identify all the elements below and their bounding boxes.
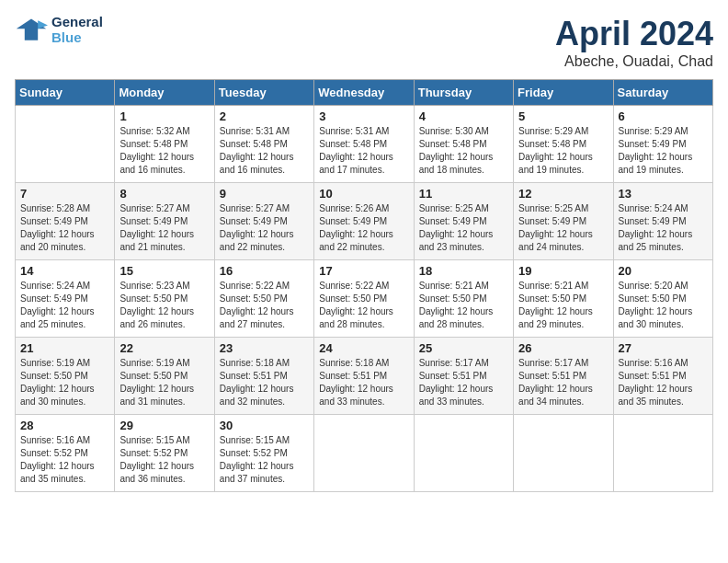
calendar-header-row: SundayMondayTuesdayWednesdayThursdayFrid… [16, 80, 713, 106]
calendar-cell: 19Sunrise: 5:21 AM Sunset: 5:50 PM Dayli… [514, 260, 613, 338]
calendar-cell: 23Sunrise: 5:18 AM Sunset: 5:51 PM Dayli… [214, 338, 313, 415]
day-number: 29 [119, 419, 209, 432]
calendar-week-1: 1Sunrise: 5:32 AM Sunset: 5:48 PM Daylig… [16, 106, 713, 183]
day-info: Sunrise: 5:28 AM Sunset: 5:49 PM Dayligh… [20, 202, 109, 254]
day-number: 16 [220, 264, 309, 278]
day-info: Sunrise: 5:29 AM Sunset: 5:48 PM Dayligh… [518, 125, 608, 177]
day-number: 27 [619, 341, 708, 355]
day-info: Sunrise: 5:19 AM Sunset: 5:50 PM Dayligh… [119, 357, 209, 408]
day-info: Sunrise: 5:31 AM Sunset: 5:48 PM Dayligh… [220, 125, 309, 177]
calendar-cell: 15Sunrise: 5:23 AM Sunset: 5:50 PM Dayli… [115, 260, 214, 338]
calendar-cell: 20Sunrise: 5:20 AM Sunset: 5:50 PM Dayli… [613, 260, 712, 338]
day-info: Sunrise: 5:18 AM Sunset: 5:51 PM Dayligh… [220, 357, 309, 408]
day-number: 5 [518, 109, 608, 123]
day-info: Sunrise: 5:21 AM Sunset: 5:50 PM Dayligh… [419, 280, 508, 331]
day-info: Sunrise: 5:26 AM Sunset: 5:49 PM Dayligh… [319, 202, 408, 254]
calendar-cell: 28Sunrise: 5:16 AM Sunset: 5:52 PM Dayli… [16, 415, 115, 492]
calendar-cell [514, 415, 613, 492]
day-info: Sunrise: 5:27 AM Sunset: 5:49 PM Dayligh… [220, 202, 309, 254]
day-info: Sunrise: 5:15 AM Sunset: 5:52 PM Dayligh… [119, 434, 209, 486]
day-info: Sunrise: 5:17 AM Sunset: 5:51 PM Dayligh… [419, 357, 508, 408]
page-header: General Blue April 2024 Abeche, Ouadai, … [15, 15, 713, 70]
calendar-cell: 9Sunrise: 5:27 AM Sunset: 5:49 PM Daylig… [214, 183, 313, 260]
day-number: 7 [20, 187, 109, 201]
column-header-monday: Monday [115, 80, 214, 106]
calendar-cell: 14Sunrise: 5:24 AM Sunset: 5:49 PM Dayli… [16, 260, 115, 338]
calendar-cell: 3Sunrise: 5:31 AM Sunset: 5:48 PM Daylig… [314, 106, 414, 183]
day-info: Sunrise: 5:17 AM Sunset: 5:51 PM Dayligh… [518, 357, 608, 408]
calendar-cell [613, 415, 712, 492]
day-number: 10 [319, 187, 408, 201]
calendar-cell: 30Sunrise: 5:15 AM Sunset: 5:52 PM Dayli… [214, 415, 313, 492]
day-number: 20 [619, 264, 708, 278]
day-info: Sunrise: 5:18 AM Sunset: 5:51 PM Dayligh… [319, 357, 408, 408]
day-info: Sunrise: 5:30 AM Sunset: 5:48 PM Dayligh… [419, 125, 508, 177]
calendar-cell: 13Sunrise: 5:24 AM Sunset: 5:49 PM Dayli… [613, 183, 712, 260]
day-number: 9 [220, 187, 309, 201]
calendar-cell: 11Sunrise: 5:25 AM Sunset: 5:49 PM Dayli… [414, 183, 513, 260]
day-number: 14 [20, 264, 109, 278]
calendar-cell [414, 415, 513, 492]
calendar-cell [16, 106, 115, 183]
day-info: Sunrise: 5:24 AM Sunset: 5:49 PM Dayligh… [20, 280, 109, 331]
day-number: 1 [119, 109, 209, 123]
day-info: Sunrise: 5:15 AM Sunset: 5:52 PM Dayligh… [220, 434, 309, 486]
calendar-week-4: 21Sunrise: 5:19 AM Sunset: 5:50 PM Dayli… [16, 338, 713, 415]
day-number: 24 [319, 341, 408, 355]
calendar-cell: 8Sunrise: 5:27 AM Sunset: 5:49 PM Daylig… [115, 183, 214, 260]
day-info: Sunrise: 5:25 AM Sunset: 5:49 PM Dayligh… [419, 202, 508, 254]
calendar-cell: 18Sunrise: 5:21 AM Sunset: 5:50 PM Dayli… [414, 260, 513, 338]
calendar-cell [314, 415, 414, 492]
day-number: 3 [319, 109, 408, 123]
title-block: April 2024 Abeche, Ouadai, Chad [555, 15, 713, 70]
day-number: 30 [220, 419, 309, 432]
logo: General Blue [15, 15, 103, 45]
day-number: 4 [419, 109, 508, 123]
day-number: 11 [419, 187, 508, 201]
day-number: 23 [220, 341, 309, 355]
day-info: Sunrise: 5:16 AM Sunset: 5:52 PM Dayligh… [20, 434, 109, 486]
day-number: 2 [220, 109, 309, 123]
day-number: 19 [518, 264, 608, 278]
day-number: 12 [518, 187, 608, 201]
calendar-cell: 17Sunrise: 5:22 AM Sunset: 5:50 PM Dayli… [314, 260, 414, 338]
calendar-cell: 6Sunrise: 5:29 AM Sunset: 5:49 PM Daylig… [613, 106, 712, 183]
column-header-friday: Friday [514, 80, 613, 106]
calendar-cell: 12Sunrise: 5:25 AM Sunset: 5:49 PM Dayli… [514, 183, 613, 260]
day-info: Sunrise: 5:32 AM Sunset: 5:48 PM Dayligh… [119, 125, 209, 177]
calendar-cell: 21Sunrise: 5:19 AM Sunset: 5:50 PM Dayli… [16, 338, 115, 415]
calendar-body: 1Sunrise: 5:32 AM Sunset: 5:48 PM Daylig… [16, 106, 713, 492]
day-number: 21 [20, 341, 109, 355]
day-info: Sunrise: 5:29 AM Sunset: 5:49 PM Dayligh… [619, 125, 708, 177]
day-number: 22 [119, 341, 209, 355]
column-header-wednesday: Wednesday [314, 80, 414, 106]
calendar-cell: 25Sunrise: 5:17 AM Sunset: 5:51 PM Dayli… [414, 338, 513, 415]
day-number: 25 [419, 341, 508, 355]
day-number: 15 [119, 264, 209, 278]
calendar-cell: 2Sunrise: 5:31 AM Sunset: 5:48 PM Daylig… [214, 106, 313, 183]
day-info: Sunrise: 5:23 AM Sunset: 5:50 PM Dayligh… [119, 280, 209, 331]
month-title: April 2024 [555, 15, 713, 53]
column-header-saturday: Saturday [613, 80, 712, 106]
day-number: 28 [20, 419, 109, 432]
day-number: 6 [619, 109, 708, 123]
logo-text-line2: Blue [51, 30, 103, 46]
day-info: Sunrise: 5:22 AM Sunset: 5:50 PM Dayligh… [319, 280, 408, 331]
day-number: 13 [619, 187, 708, 201]
calendar-cell: 16Sunrise: 5:22 AM Sunset: 5:50 PM Dayli… [214, 260, 313, 338]
day-info: Sunrise: 5:31 AM Sunset: 5:48 PM Dayligh… [319, 125, 408, 177]
calendar-cell: 10Sunrise: 5:26 AM Sunset: 5:49 PM Dayli… [314, 183, 414, 260]
day-info: Sunrise: 5:19 AM Sunset: 5:50 PM Dayligh… [20, 357, 109, 408]
location-label: Abeche, Ouadai, Chad [555, 53, 713, 70]
day-number: 26 [518, 341, 608, 355]
day-info: Sunrise: 5:22 AM Sunset: 5:50 PM Dayligh… [220, 280, 309, 331]
day-info: Sunrise: 5:16 AM Sunset: 5:51 PM Dayligh… [619, 357, 708, 408]
column-header-sunday: Sunday [16, 80, 115, 106]
calendar-cell: 7Sunrise: 5:28 AM Sunset: 5:49 PM Daylig… [16, 183, 115, 260]
calendar-week-2: 7Sunrise: 5:28 AM Sunset: 5:49 PM Daylig… [16, 183, 713, 260]
calendar-table: SundayMondayTuesdayWednesdayThursdayFrid… [15, 79, 713, 492]
calendar-cell: 26Sunrise: 5:17 AM Sunset: 5:51 PM Dayli… [514, 338, 613, 415]
calendar-cell: 22Sunrise: 5:19 AM Sunset: 5:50 PM Dayli… [115, 338, 214, 415]
day-info: Sunrise: 5:20 AM Sunset: 5:50 PM Dayligh… [619, 280, 708, 331]
day-number: 8 [119, 187, 209, 201]
